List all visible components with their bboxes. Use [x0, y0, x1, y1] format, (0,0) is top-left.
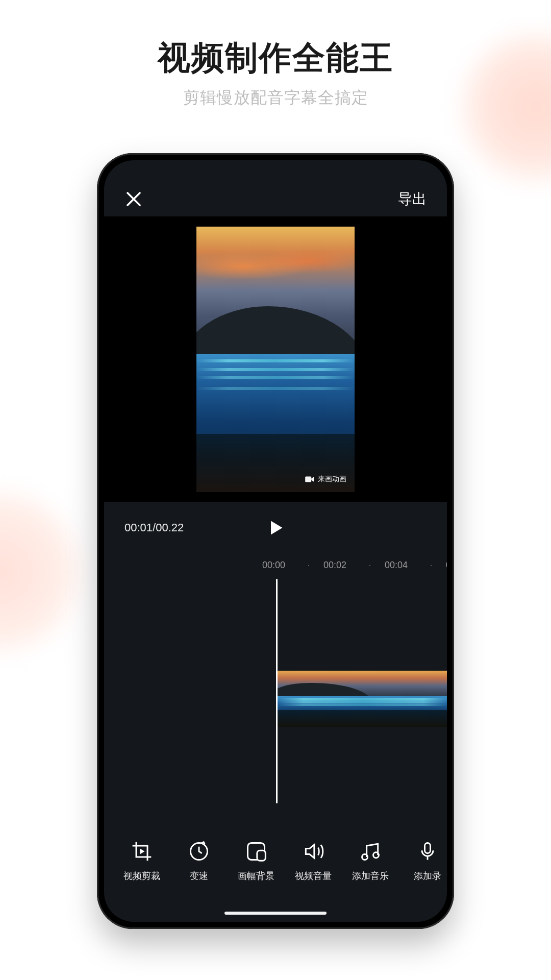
decorative-blob-left — [0, 490, 82, 653]
tool-record[interactable]: 添加录 — [399, 840, 447, 882]
video-preview[interactable]: 来画动画 — [104, 216, 447, 502]
playback-controls: 00:01/00.22 — [104, 512, 447, 543]
ruler-mark: 00:0 — [446, 560, 447, 571]
mic-icon — [416, 840, 439, 863]
timeline[interactable] — [104, 579, 447, 808]
tool-trim[interactable]: 视频剪裁 — [113, 840, 170, 882]
watermark: 来画动画 — [305, 475, 346, 484]
tool-music[interactable]: 添加音乐 — [342, 840, 399, 882]
video-clip[interactable] — [278, 671, 447, 727]
music-icon — [359, 840, 382, 863]
tool-label: 视频剪裁 — [123, 870, 160, 882]
speed-icon — [188, 840, 210, 863]
ruler-mark: 00:00 — [262, 560, 294, 571]
time-display: 00:01/00.22 — [124, 521, 184, 534]
home-indicator[interactable] — [224, 912, 327, 915]
ruler-mark: 00:02 — [323, 560, 355, 571]
svg-rect-3 — [257, 850, 265, 861]
top-bar: 导出 — [104, 184, 447, 214]
svg-point-5 — [373, 852, 379, 858]
time-ruler[interactable]: 00:00· 00:02· 00:04· 00:0 — [104, 556, 447, 574]
play-button[interactable] — [266, 519, 285, 537]
video-frame: 来画动画 — [196, 227, 355, 492]
volume-icon — [302, 840, 324, 863]
camera-icon — [305, 475, 315, 483]
close-icon[interactable] — [124, 190, 143, 208]
watermark-text: 来画动画 — [318, 475, 346, 484]
tool-label: 添加音乐 — [352, 870, 389, 882]
tool-canvas[interactable]: 画幅背景 — [228, 840, 285, 882]
promo-title: 视频制作全能王 — [0, 36, 551, 80]
svg-rect-0 — [305, 476, 311, 482]
tool-volume[interactable]: 视频音量 — [285, 840, 342, 882]
bottom-toolbar: 视频剪裁 变速 画幅背景 视频音量 — [104, 828, 447, 894]
tool-speed[interactable]: 变速 — [170, 840, 228, 882]
app-screen: 导出 来画动画 — [104, 160, 447, 922]
export-button[interactable]: 导出 — [398, 189, 427, 209]
svg-rect-6 — [425, 843, 431, 853]
ruler-mark: 00:04 — [385, 560, 416, 571]
promo-subtitle: 剪辑慢放配音字幕全搞定 — [0, 87, 551, 109]
canvas-icon — [245, 840, 267, 863]
tool-label: 视频音量 — [295, 870, 332, 882]
playhead[interactable] — [276, 579, 278, 803]
tool-label: 变速 — [190, 870, 208, 882]
phone-frame: 导出 来画动画 — [97, 153, 454, 929]
tool-label: 添加录 — [414, 870, 441, 882]
crop-icon — [131, 840, 153, 863]
tool-label: 画幅背景 — [238, 870, 274, 882]
